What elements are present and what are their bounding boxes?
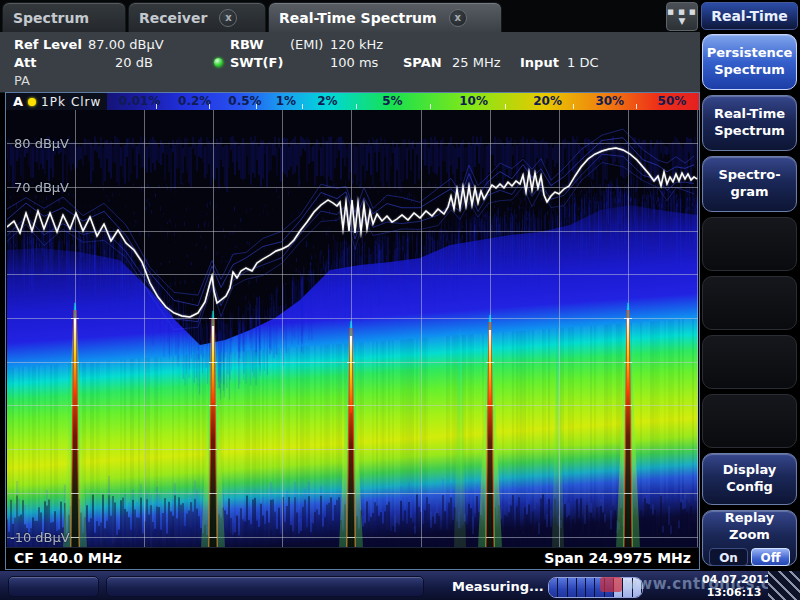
status-bar: Measuring... (0, 571, 800, 600)
density-scale-tick (573, 104, 574, 109)
softkey-empty[interactable] (702, 394, 797, 448)
rbw-prefix: (EMI) (290, 37, 323, 52)
density-color-scale: 0.01%0.2%0.5%1%2%5%10%20%30%50% (107, 93, 699, 110)
status-button-left[interactable] (8, 576, 99, 597)
softkey-replay-zoom[interactable]: Replay ZoomOnOff (702, 510, 797, 566)
resize-grip-icon (768, 571, 800, 600)
softkey-empty[interactable] (702, 217, 797, 271)
density-scale-label: 50% (658, 94, 687, 109)
progress-cell (586, 578, 595, 597)
tab-bar: Spectrum Receiver x Real-Time Spectrum x… (0, 0, 700, 32)
window-letter: A (13, 94, 23, 109)
datetime-display: 04.07.2012 13:06:13 (702, 573, 766, 599)
progress-cell (577, 578, 586, 597)
input-value[interactable]: 1 DC (567, 55, 599, 70)
swt-label[interactable]: SWT(F) (230, 55, 283, 70)
progress-cell (623, 578, 632, 597)
trace-detector: 1Pk (41, 95, 66, 109)
input-label[interactable]: Input (520, 55, 559, 70)
tab-label: Real-Time Spectrum (279, 10, 437, 26)
span-value[interactable]: 25 MHz (452, 55, 501, 70)
softkey-display-config[interactable]: Display Config (702, 453, 797, 505)
density-scale-label: 10% (459, 94, 488, 109)
density-scale-label: 2% (317, 94, 337, 109)
density-scale-tick (356, 104, 357, 109)
density-scale-tick (636, 104, 637, 109)
density-scale-label: 20% (533, 94, 562, 109)
ref-level-value[interactable]: 87.00 dBµV (88, 37, 164, 52)
status-button-wide[interactable] (106, 576, 424, 597)
density-scale-tick (505, 104, 506, 109)
tab-label: Receiver (139, 10, 207, 26)
progress-cell (595, 578, 604, 597)
density-scale-tick (430, 104, 431, 109)
att-label[interactable]: Att (14, 55, 37, 70)
y-axis-label-70: 70 dBµV (14, 180, 69, 195)
date-value: 04.07.2012 (702, 573, 766, 586)
tab-receiver[interactable]: Receiver x (128, 2, 266, 32)
softkey-menu-title: Real-Time (701, 2, 798, 30)
softkey-sidebar: Real-Time Persistence SpectrumReal-Time … (700, 0, 800, 600)
close-icon[interactable]: x (449, 9, 467, 27)
density-scale-tick (209, 104, 210, 109)
density-scale-tick (302, 104, 303, 109)
progress-cell (568, 578, 577, 597)
trace-legend-row: A 1Pk Clrw 0.01%0.2%0.5%1%2%5%10%20%30%5… (6, 93, 699, 110)
preamp-label: PA (14, 73, 30, 88)
window-menu-button[interactable]: ■ ■ ■ ▼ (666, 2, 698, 31)
measurement-progress-bar (548, 577, 643, 598)
measuring-status: Measuring... (452, 579, 544, 594)
density-scale-label: 5% (382, 94, 402, 109)
softkey-empty[interactable] (702, 335, 797, 389)
persistence-spectrum-canvas[interactable] (7, 110, 698, 548)
display-switcher-icon: ■ ■ ■ (667, 9, 696, 16)
trace-active-dot-icon (28, 98, 36, 106)
span-value-footer[interactable]: Span 24.9975 MHz (544, 550, 691, 566)
settings-header: Ref Level 87.00 dBµV RBW (EMI) 120 kHz A… (0, 32, 700, 93)
tab-spectrum[interactable]: Spectrum (2, 2, 126, 32)
frequency-footer: CF 140.0 MHz Span 24.9975 MHz (6, 547, 699, 569)
density-scale-label: 0.01% (119, 94, 161, 109)
rbw-label[interactable]: RBW (230, 37, 264, 52)
progress-cell (605, 578, 614, 597)
spectrum-window: A 1Pk Clrw 0.01%0.2%0.5%1%2%5%10%20%30%5… (5, 92, 700, 570)
ref-level-label[interactable]: Ref Level (14, 37, 82, 52)
span-label[interactable]: SPAN (403, 55, 442, 70)
density-scale-tick (256, 104, 257, 109)
density-scale-tick (156, 104, 157, 109)
density-scale-label: 1% (276, 94, 296, 109)
tab-label: Spectrum (13, 10, 89, 26)
rbw-value[interactable]: 120 kHz (330, 37, 383, 52)
trace-mode: Clrw (71, 95, 101, 109)
replay-zoom-off-toggle[interactable]: Off (751, 548, 790, 566)
softkey-real-time-spectrum[interactable]: Real-Time Spectrum (702, 95, 797, 151)
progress-cell (549, 578, 558, 597)
softkey-label: Replay Zoom (725, 510, 774, 544)
center-frequency-value[interactable]: CF 140.0 MHz (14, 550, 122, 566)
progress-cell (558, 578, 567, 597)
density-scale-label: 30% (595, 94, 624, 109)
y-axis-label-80: 80 dBµV (14, 136, 69, 151)
sweep-led-icon (214, 58, 223, 67)
softkey-spectro-gram[interactable]: Spectro- gram (702, 156, 797, 212)
time-value: 13:06:13 (702, 586, 766, 599)
swt-value[interactable]: 100 ms (330, 55, 378, 70)
trace-legend: A 1Pk Clrw (6, 93, 107, 110)
softkey-empty[interactable] (702, 276, 797, 330)
progress-cell (633, 578, 642, 597)
y-axis-label-m10: -10 dBµV (10, 530, 70, 545)
att-value[interactable]: 20 dB (115, 55, 153, 70)
tab-real-time-spectrum[interactable]: Real-Time Spectrum x (268, 2, 502, 32)
chevron-down-icon: ▼ (679, 17, 686, 25)
softkey-persistence-spectrum[interactable]: Persistence Spectrum (702, 34, 797, 90)
close-icon[interactable]: x (219, 9, 237, 27)
density-scale-label: 0.2% (178, 94, 211, 109)
progress-cell (614, 578, 623, 597)
replay-zoom-on-toggle[interactable]: On (709, 548, 748, 566)
